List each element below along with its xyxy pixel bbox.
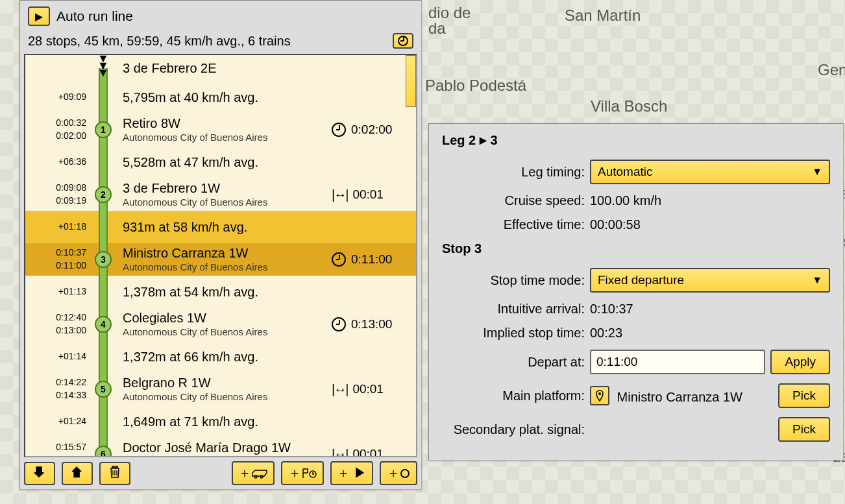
leg-delta: +01:24 <box>25 415 86 428</box>
stop-node: 5 <box>95 381 112 398</box>
main-platform-label: Main platform: <box>442 389 585 403</box>
leg-delta: +01:13 <box>25 285 86 298</box>
leg-row[interactable]: +01:241,649m at 71 km/h avg. <box>25 405 416 438</box>
add-waypoint-button[interactable]: ＋ ▶ <box>330 461 373 485</box>
leg-heading: Leg 2 ▶ 3 <box>442 133 830 148</box>
leg-row[interactable]: +09:095,795m at 40 km/h avg. <box>25 81 416 114</box>
leg-segment: 931m at 58 km/h avg. <box>123 219 332 235</box>
secondary-platform-label: Secondary plat. signal: <box>442 422 585 437</box>
stop-region: Autonomous City of Buenos Aires <box>123 261 332 274</box>
leg-timing-label: Leg timing: <box>442 165 585 180</box>
schedule-panel: ▶ Auto run line 28 stops, 45 km, 59:59, … <box>19 0 422 490</box>
main-platform-value: Ministro Carranza 1W <box>590 386 773 405</box>
pick-secondary-platform-button[interactable]: Pick <box>778 417 830 442</box>
stop-region: Autonomous City of Buenos Aires <box>123 132 332 144</box>
clock-icon <box>332 252 346 267</box>
stop-clock-value: 0:13:00 <box>351 317 392 331</box>
stop-node: 2 <box>95 186 112 203</box>
stop-time-mode-select[interactable]: Fixed departure ▼ <box>590 268 830 293</box>
stop-row[interactable]: 0:09:080:09:1923 de Febrero 1WAutonomous… <box>25 178 416 211</box>
leg-row[interactable]: +01:18931m at 58 km/h avg. <box>25 211 416 243</box>
implied-stop-time-value: 00:23 <box>590 326 825 341</box>
play-icon: ▶ <box>480 135 487 145</box>
stop-name: Colegiales 1W <box>123 310 332 326</box>
plus-circle-icon: ＋ <box>387 464 410 482</box>
effective-time-label: Effective time: <box>442 217 585 232</box>
apply-button[interactable]: Apply <box>770 350 830 374</box>
stop-time-arrive: 0:12:40 <box>25 311 86 324</box>
svg-point-4 <box>598 392 601 395</box>
stop-name: Retiro 8W <box>123 115 332 132</box>
stop-row[interactable]: 0:15:570:16:086Doctor José María Drago 1… <box>25 438 416 456</box>
stop-row[interactable]: 0:00:320:02:001Retiro 8WAutonomous City … <box>25 114 416 146</box>
trash-icon <box>109 465 121 481</box>
stop-time-depart: 0:02:00 <box>25 130 86 143</box>
leg-delta: +09:09 <box>25 91 86 104</box>
auto-run-label: Auto run line <box>56 8 133 24</box>
map-place-label: San Martín <box>565 6 641 25</box>
leg-segment: 5,795m at 40 km/h avg. <box>123 90 332 106</box>
stop-row[interactable]: 0:10:370:11:003Ministro Carranza 1WAuton… <box>25 243 416 276</box>
timing-mode-button[interactable] <box>393 33 413 49</box>
stop-time-depart: 0:11:00 <box>25 259 86 272</box>
stop-dwell-value: 00:01 <box>352 382 384 396</box>
pick-main-platform-button[interactable]: Pick <box>778 383 830 408</box>
stop-row[interactable]: 0:12:400:13:004Colegiales 1WAutonomous C… <box>25 308 416 341</box>
clock-icon <box>398 36 408 46</box>
stop-time-depart: 0:16:08 <box>25 454 86 456</box>
leg-timing-select[interactable]: Automatic ▼ <box>590 160 830 184</box>
stop-time-mode-label: Stop time mode: <box>442 273 585 288</box>
auto-run-play-button[interactable]: ▶ <box>28 6 50 26</box>
schedule-toolbar: 🡇 🡅 ＋ ＋ ＋ ▶ ＋ <box>24 457 417 485</box>
panel-header: ▶ Auto run line <box>24 5 417 28</box>
leg-row[interactable]: +01:131,378m at 54 km/h avg. <box>25 276 416 308</box>
stop-clock-value: 0:02:00 <box>351 123 392 137</box>
add-stop-button[interactable]: ＋ <box>380 461 417 485</box>
stop-node: 1 <box>95 121 112 138</box>
stop-dwell-value: 00:01 <box>352 447 384 456</box>
clock-icon <box>332 123 346 137</box>
svg-point-3 <box>401 470 409 477</box>
leg-row[interactable]: +01:141,372m at 66 km/h avg. <box>25 341 416 373</box>
plus-flag-clock-icon: ＋ <box>288 464 317 482</box>
leg-row[interactable]: +06:365,528m at 47 km/h avg. <box>25 146 416 178</box>
leg-segment: 1,372m at 66 km/h avg. <box>123 349 332 365</box>
map-place-label: Gen <box>818 61 845 79</box>
add-train-button[interactable]: ＋ <box>232 461 275 485</box>
effective-time-value: 00:00:58 <box>590 217 825 232</box>
cruise-speed-label: Cruise speed: <box>442 193 585 208</box>
depart-at-input[interactable] <box>590 350 765 374</box>
panel-summary-row: 28 stops, 45 km, 59:59, 45 km/h avg., 6 … <box>24 28 417 54</box>
stop-row[interactable]: 0:14:220:14:335Belgrano R 1WAutonomous C… <box>25 373 416 405</box>
svg-point-0 <box>254 475 257 478</box>
pin-icon <box>590 386 609 405</box>
leg-segment: 1,378m at 54 km/h avg. <box>123 284 332 300</box>
schedule-list: ▼▼▼ 3 de Febrero 2E +09:095,795m at 40 k… <box>24 54 417 457</box>
leg-delta: +01:14 <box>25 350 86 363</box>
start-stop-name: 3 de Febrero 2E <box>123 60 332 77</box>
delete-button[interactable] <box>99 462 130 485</box>
stop-region: Autonomous City of Buenos Aires <box>123 326 332 339</box>
cruise-speed-value: 100.00 km/h <box>590 193 825 208</box>
stop-heading: Stop 3 <box>442 241 830 256</box>
schedule-scroll[interactable]: ▼▼▼ 3 de Febrero 2E +09:095,795m at 40 k… <box>25 55 416 456</box>
chevron-down-icon: ▼ <box>812 166 822 178</box>
stop-dwell-value: 00:01 <box>352 187 384 202</box>
stop-time-arrive: 0:10:37 <box>25 246 86 259</box>
map-place-label: Villa Bosch <box>591 97 667 115</box>
stop-region: Autonomous City of Buenos Aires <box>123 391 332 403</box>
stop-name: Doctor José María Drago 1W <box>123 440 332 456</box>
start-stop-row[interactable]: ▼▼▼ 3 de Febrero 2E <box>25 55 416 81</box>
scrollbar-thumb[interactable] <box>406 55 416 107</box>
add-timing-button[interactable]: ＋ <box>281 461 324 485</box>
move-up-button[interactable]: 🡅 <box>62 462 93 485</box>
stop-time-arrive: 0:15:57 <box>25 441 86 454</box>
dwell-icon: |↔| <box>332 382 347 397</box>
depart-at-label: Depart at: <box>442 355 585 370</box>
stop-region: Autonomous City of Buenos Aires <box>123 197 332 209</box>
leg-segment: 5,528m at 47 km/h avg. <box>123 154 332 171</box>
move-down-button[interactable]: 🡇 <box>24 462 55 485</box>
leg-delta: +06:36 <box>25 156 86 169</box>
plus-play-icon: ＋ ▶ <box>337 464 367 482</box>
line-summary: 28 stops, 45 km, 59:59, 45 km/h avg., 6 … <box>28 34 291 49</box>
